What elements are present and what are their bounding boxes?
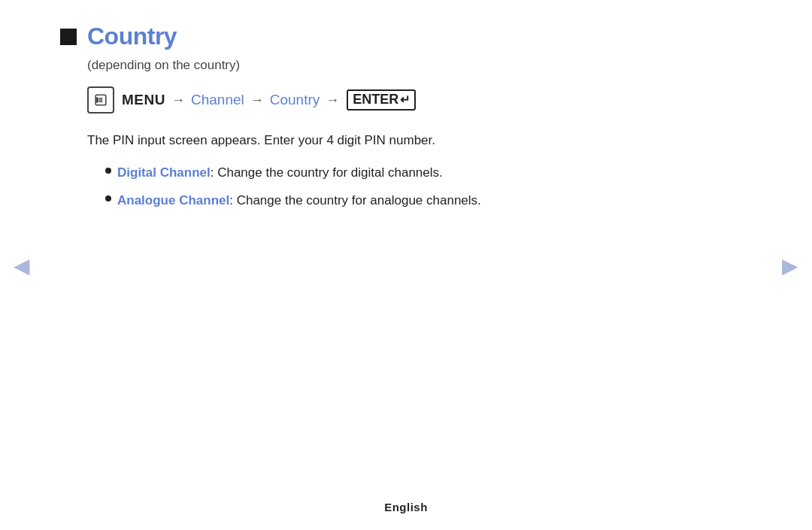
list-item: Analogue Channel: Change the country for… bbox=[105, 190, 617, 210]
svg-point-3 bbox=[97, 101, 98, 103]
enter-label: ENTER bbox=[353, 92, 398, 108]
list-item: Digital Channel: Change the country for … bbox=[105, 162, 617, 183]
digital-channel-text: : Change the country for digital channel… bbox=[211, 165, 443, 180]
svg-point-2 bbox=[97, 99, 98, 101]
bullet-dot bbox=[105, 195, 111, 201]
channel-link: Channel bbox=[191, 92, 244, 108]
enter-button-icon: ENTER ↵ bbox=[347, 89, 416, 111]
menu-icon bbox=[87, 86, 114, 114]
bullet-list: Digital Channel: Change the country for … bbox=[105, 162, 617, 210]
analogue-channel-text: : Change the country for analogue channe… bbox=[229, 193, 481, 207]
svg-point-1 bbox=[97, 98, 98, 99]
page-title: Country bbox=[87, 23, 177, 50]
subtitle: (depending on the country) bbox=[87, 58, 617, 73]
arrow2: → bbox=[250, 92, 264, 108]
analogue-channel-link: Analogue Channel bbox=[117, 193, 229, 207]
menu-label: MENU bbox=[122, 92, 165, 108]
footer-language: English bbox=[384, 501, 428, 513]
nav-path: MENU → Channel → Country → ENTER ↵ bbox=[87, 86, 617, 114]
digital-channel-link: Digital Channel bbox=[117, 165, 211, 180]
bullet-content: Analogue Channel: Change the country for… bbox=[117, 190, 481, 210]
arrow1: → bbox=[171, 92, 185, 108]
main-content: Country (depending on the country) MENU … bbox=[0, 0, 677, 211]
bullet-dot bbox=[105, 168, 111, 174]
bullet-content: Digital Channel: Change the country for … bbox=[117, 162, 443, 183]
title-row: Country bbox=[60, 23, 617, 50]
arrow3: → bbox=[326, 92, 339, 108]
description-text: The PIN input screen appears. Enter your… bbox=[87, 130, 617, 150]
next-button[interactable]: ▶ bbox=[782, 253, 798, 277]
country-link: Country bbox=[270, 92, 320, 108]
enter-arrow-icon: ↵ bbox=[400, 92, 410, 107]
prev-button[interactable]: ◀ bbox=[14, 253, 30, 277]
section-icon bbox=[60, 29, 77, 45]
